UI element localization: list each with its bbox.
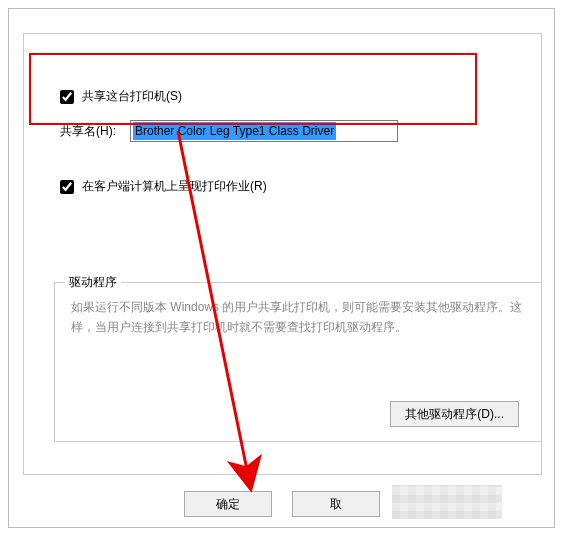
other-drivers-button[interactable]: 其他驱动程序(D)... <box>390 401 519 427</box>
sharing-tab-panel: 共享这台打印机(S) 共享名(H): Brother Color Leg Typ… <box>23 33 542 475</box>
share-name-value: Brother Color Leg Type1 Class Driver <box>133 122 336 140</box>
drivers-group-title: 驱动程序 <box>65 274 121 291</box>
drivers-groupbox: 驱动程序 如果运行不同版本 Windows 的用户共享此打印机，则可能需要安装其… <box>54 282 542 442</box>
share-name-row: 共享名(H): Brother Color Leg Type1 Class Dr… <box>60 120 398 142</box>
drivers-group-text: 如果运行不同版本 Windows 的用户共享此打印机，则可能需要安装其他驱动程序… <box>71 297 525 338</box>
dialog-button-row: 确定 取 <box>9 491 554 517</box>
share-name-label: 共享名(H): <box>60 123 116 140</box>
share-printer-row: 共享这台打印机(S) <box>60 88 182 105</box>
render-jobs-label: 在客户端计算机上呈现打印作业(R) <box>82 178 267 195</box>
render-jobs-row: 在客户端计算机上呈现打印作业(R) <box>60 178 267 195</box>
ok-button[interactable]: 确定 <box>184 491 272 517</box>
cancel-button[interactable]: 取 <box>292 491 380 517</box>
render-jobs-checkbox[interactable] <box>60 180 74 194</box>
share-printer-label: 共享这台打印机(S) <box>82 88 182 105</box>
share-printer-checkbox[interactable] <box>60 90 74 104</box>
share-name-input[interactable]: Brother Color Leg Type1 Class Driver <box>130 120 398 142</box>
printer-sharing-dialog: 共享这台打印机(S) 共享名(H): Brother Color Leg Typ… <box>8 8 555 528</box>
